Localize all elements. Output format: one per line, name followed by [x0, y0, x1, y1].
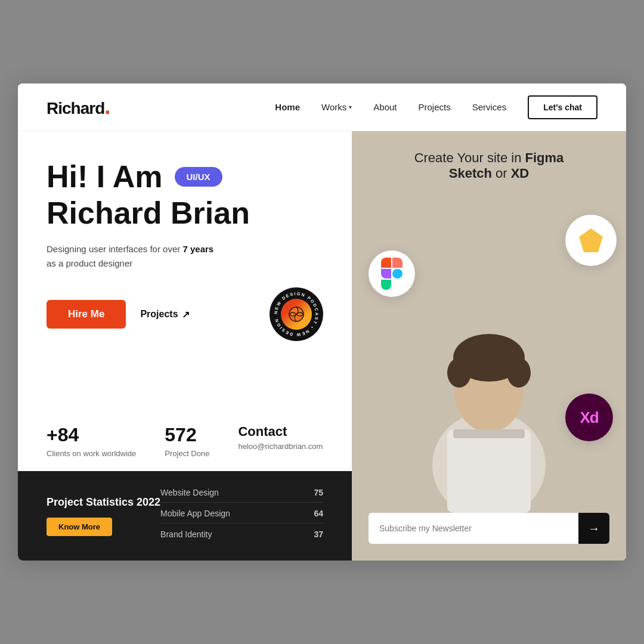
footer-stat-name-mobile: Mobile App Design: [160, 509, 230, 518]
lets-chat-button[interactable]: Let's chat: [528, 95, 597, 119]
footer-stat-brand: Brand Identity 37: [160, 530, 323, 544]
nav-item-about[interactable]: About: [373, 102, 397, 113]
hero-actions: Hire Me Projects ↗: [47, 300, 190, 329]
figma-icon-part1: [381, 258, 391, 268]
logo: Richard.: [47, 96, 110, 118]
footer-stats-list: Website Design 75 Mobile App Design 64 B…: [160, 488, 323, 544]
svg-rect-9: [453, 429, 525, 438]
arrow-icon: ↗: [182, 309, 190, 320]
hire-me-button[interactable]: Hire Me: [47, 300, 126, 329]
hero-title-row: Hi! I Am UI/UX: [47, 160, 323, 194]
figma-bubble: [369, 250, 415, 297]
hero-greeting: Hi! I Am: [47, 160, 163, 194]
hero-name: Richard Brian: [47, 196, 323, 230]
svg-point-7: [447, 358, 471, 388]
footer-stat-mobile: Mobile App Design 64: [160, 509, 323, 524]
figma-icon-part2: [392, 258, 402, 268]
hero-desc-text: Designing user interfaces for over: [47, 244, 182, 254]
person-image: [411, 286, 566, 513]
footer-stat-num-website: 75: [314, 488, 323, 497]
xd-bubble: Xd: [565, 394, 613, 441]
figma-icon: [381, 258, 402, 290]
footer-stat-num-mobile: 64: [314, 509, 323, 518]
clients-stat: +84 Clients on work worldwide: [47, 424, 136, 459]
left-panel: Hi! I Am UI/UX Richard Brian Designing u…: [18, 131, 352, 561]
logo-dot: .: [104, 94, 110, 119]
footer-stats-title: Project Statistics 2022: [47, 496, 160, 509]
newsletter-submit-button[interactable]: →: [578, 513, 609, 544]
xd-icon: Xd: [580, 408, 598, 427]
figma-icon-part4: [392, 269, 402, 279]
projects-link-label: Projects: [140, 309, 178, 320]
main-content: Hi! I Am UI/UX Richard Brian Designing u…: [18, 131, 626, 561]
podcast-text-circle: NEW DESIGN PODCAST • NEW DESIGN: [270, 287, 323, 341]
sketch-icon: [579, 228, 603, 252]
footer-stat-num-brand: 37: [314, 530, 323, 539]
clients-label: Clients on work worldwide: [47, 448, 136, 459]
projects-stat: 572 Project Done: [165, 424, 209, 459]
contact-block: Contact heloo@richardbrian.com: [238, 424, 323, 459]
contact-title: Contact: [238, 424, 323, 439]
footer-stat-website: Website Design 75: [160, 488, 323, 503]
figma-icon-part5: [381, 280, 391, 290]
nav-item-home[interactable]: Home: [275, 102, 300, 113]
right-header-text: Create Your site in FigmaSketch or XD: [373, 150, 605, 181]
footer-stat-name-brand: Brand Identity: [160, 530, 212, 539]
nav-item-works[interactable]: Works ▾: [321, 102, 352, 112]
svg-text:NEW DESIGN PODCAST • NEW DESIG: NEW DESIGN PODCAST • NEW DESIGN: [274, 292, 319, 337]
navbar: Richard. Home Works ▾ About Projects Ser…: [18, 83, 626, 131]
sketch-bubble: [565, 215, 617, 266]
newsletter-bar: →: [369, 513, 609, 544]
chevron-down-icon: ▾: [349, 104, 352, 110]
right-header: Create Your site in FigmaSketch or XD: [352, 131, 626, 181]
footer-stat-name-website: Website Design: [160, 488, 219, 497]
svg-rect-3: [447, 429, 531, 513]
hero-section: Hi! I Am UI/UX Richard Brian Designing u…: [18, 131, 352, 424]
logo-name: Richard: [47, 99, 104, 117]
hero-description: Designing user interfaces for over 7 yea…: [47, 242, 323, 271]
nav-item-projects[interactable]: Projects: [418, 102, 450, 113]
projects-label: Project Done: [165, 448, 209, 459]
contact-email: heloo@richardbrian.com: [238, 442, 323, 451]
svg-point-8: [507, 358, 531, 388]
hero-desc-suffix: as a product designer: [47, 258, 132, 268]
know-more-button[interactable]: Know More: [47, 518, 112, 536]
nav-item-services[interactable]: Services: [472, 102, 507, 113]
podcast-badge: NEW DESIGN PODCAST • NEW DESIGN: [270, 287, 323, 341]
footer-left: Project Statistics 2022 Know More: [47, 496, 160, 536]
right-panel: Create Your site in FigmaSketch or XD: [352, 131, 626, 561]
stats-row: +84 Clients on work worldwide 572 Projec…: [18, 424, 352, 471]
projects-link[interactable]: Projects ↗: [140, 309, 189, 320]
nav-links: Home Works ▾ About Projects Services: [275, 102, 506, 113]
footer-dark: Project Statistics 2022 Know More Websit…: [18, 471, 352, 561]
clients-number: +84: [47, 424, 136, 446]
badge-uiux: UI/UX: [175, 167, 222, 187]
person-svg: [411, 286, 566, 513]
projects-number: 572: [165, 424, 209, 446]
newsletter-input[interactable]: [369, 524, 578, 533]
arrow-right-icon: →: [588, 522, 600, 535]
hero-desc-years: 7 years: [182, 244, 213, 254]
figma-icon-part3: [381, 269, 391, 279]
